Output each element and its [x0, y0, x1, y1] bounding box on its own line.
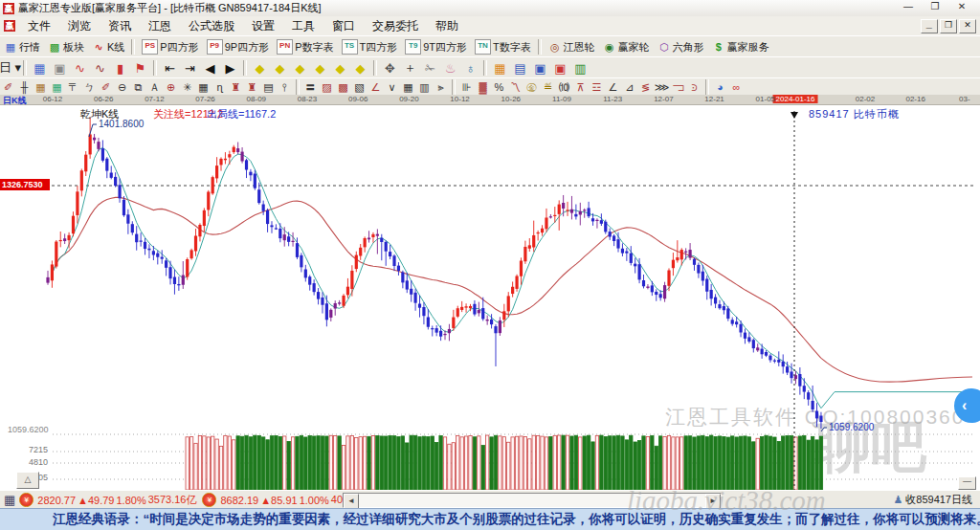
tool-icon-16[interactable]: ▤	[261, 80, 277, 95]
tool-icon-27[interactable]: ⊪	[459, 80, 475, 95]
tool-icon-21[interactable]: ♁	[461, 59, 479, 77]
tool-icon-0[interactable]: 日 ▾	[1, 59, 19, 77]
shanghai-index-icon[interactable]: ¥	[19, 493, 33, 507]
tool-icon-1[interactable]: ╫	[17, 80, 33, 95]
tool-icon-20[interactable]: ♨	[441, 59, 459, 77]
tool-icon-7[interactable]: ⊖	[115, 80, 130, 95]
tool-icon-15[interactable]: ♜	[245, 80, 260, 95]
menu-item-0[interactable]: 文件	[19, 16, 59, 36]
tool-icon-10[interactable]: ⊕	[164, 80, 179, 95]
tool-icon-24[interactable]: ▦	[401, 80, 416, 95]
tool-icon-28[interactable]: ▓	[476, 80, 491, 95]
menu-item-6[interactable]: 工具	[283, 16, 323, 36]
tool-icon-18[interactable]: ＋	[401, 59, 419, 77]
scroll-left-button[interactable]: ◄	[344, 494, 359, 509]
tool-icon-16[interactable]: ◆	[351, 59, 369, 77]
toolbar-button-P数字表[interactable]: PNP数字表	[274, 38, 336, 55]
tool-icon-14[interactable]: ♜	[229, 80, 244, 95]
tool-icon-19[interactable]: ✁	[421, 59, 439, 77]
menu-item-8[interactable]: 交易委托	[364, 16, 427, 36]
mdi-control-1[interactable]: ❐	[940, 19, 957, 33]
tool-icon-5[interactable]: ㄅ	[82, 80, 98, 95]
tool-icon-1[interactable]: ▦	[31, 59, 49, 77]
menu-item-5[interactable]: 设置	[243, 16, 283, 36]
tool-icon-26[interactable]: ⫸	[434, 80, 449, 95]
tool-icon-14[interactable]: ◆	[311, 59, 329, 77]
menu-item-1[interactable]: 浏览	[59, 16, 100, 36]
expand-indicator-button[interactable]: △	[16, 472, 39, 489]
tool-icon-6[interactable]: ✐	[99, 80, 114, 95]
tool-icon-17[interactable]: ✥	[381, 59, 399, 77]
tool-icon-23[interactable]: ▤	[511, 59, 529, 77]
tool-icon-41[interactable]: ⪾	[687, 80, 702, 95]
tool-icon-23[interactable]: ∨	[385, 80, 400, 95]
menu-item-9[interactable]: 帮助	[427, 16, 467, 36]
toolbar-button-T数字表[interactable]: TNT数字表	[472, 38, 534, 55]
menu-item-2[interactable]: 资讯	[100, 16, 140, 36]
tool-icon-5[interactable]: ▮	[111, 59, 129, 77]
tool-icon-4[interactable]: ∿	[91, 59, 109, 77]
toolbar-button-T四方形[interactable]: TST四方形	[339, 38, 401, 55]
tool-icon-21[interactable]: ▧	[352, 80, 368, 95]
minimize-button[interactable]: —	[896, 1, 921, 14]
tool-icon-33[interactable]: ⑽	[557, 80, 572, 95]
tool-icon-39[interactable]: ⋙	[655, 80, 670, 95]
close-button[interactable]: ✕	[949, 1, 974, 14]
tool-icon-12[interactable]: ▦	[196, 80, 212, 95]
mdi-control-2[interactable]: ✕	[959, 19, 976, 33]
tool-icon-9[interactable]: Ａ	[147, 80, 163, 95]
tool-icon-7[interactable]: ⇤	[161, 59, 179, 77]
chart-area[interactable]: 江恩工具软件 QQ:100800360 聊吧 乾坤K线 关注线=1212.2 出…	[0, 105, 980, 490]
menu-item-7[interactable]: 窗口	[323, 16, 364, 36]
tool-icon-38[interactable]: ≶	[638, 80, 654, 95]
tool-icon-10[interactable]: ▶	[221, 59, 239, 77]
tool-icon-22[interactable]: ▦	[491, 59, 509, 77]
restore-button[interactable]: ❐	[923, 1, 947, 14]
tool-icon-32[interactable]: ≝	[541, 80, 556, 95]
tool-icon-29[interactable]: %	[492, 80, 507, 95]
tool-icon-31[interactable]: ㊎	[524, 80, 540, 95]
tool-icon-20[interactable]: ▩	[336, 80, 351, 95]
toolbar-button-K线[interactable]: ∿K线	[89, 39, 127, 55]
toolbar-button-赢家服务[interactable]: $赢家服务	[709, 39, 772, 55]
toolbar-button-六角形[interactable]: ⬡六角形	[655, 39, 707, 55]
toolbar-button-赢家轮[interactable]: ◉赢家轮	[600, 39, 653, 55]
tool-icon-25[interactable]: ▣	[551, 59, 569, 77]
tool-icon-13[interactable]: ◆	[291, 59, 309, 77]
tool-icon-30[interactable]: 〽	[508, 80, 523, 95]
tool-icon-2[interactable]: ▦	[33, 80, 49, 95]
shenzhen-index-icon[interactable]: ¥	[202, 493, 216, 507]
mdi-control-0[interactable]: ＿	[921, 19, 938, 33]
tool-icon-15[interactable]: ◆	[331, 59, 349, 77]
tool-icon-22[interactable]: ∠	[368, 80, 384, 95]
tool-icon-18[interactable]: 〓	[303, 80, 319, 95]
keyboard-wizard-icon[interactable]: ▦	[4, 493, 15, 507]
toolbar-button-江恩轮[interactable]: ◎江恩轮	[546, 39, 598, 55]
menu-item-4[interactable]: 公式选股	[180, 16, 243, 36]
tool-icon-26[interactable]: ▥	[571, 59, 590, 77]
tool-icon-3[interactable]: ∿	[71, 59, 89, 77]
toolbar-button-板块[interactable]: ▩板块	[45, 39, 87, 55]
toolbar-button-行情[interactable]: ▦行情	[1, 39, 43, 55]
tool-icon-24[interactable]: ▣	[531, 59, 549, 77]
date-axis[interactable]: 日K线 2024-01-16 06-1206-2607-1207-2608-09…	[0, 95, 980, 105]
toolbar-button-9P四方形[interactable]: P99P四方形	[204, 38, 272, 55]
toolbar-button-9T四方形[interactable]: T99T四方形	[402, 38, 470, 55]
tool-icon-11[interactable]: ◆	[251, 59, 269, 77]
tool-icon-17[interactable]: ⫯	[278, 80, 293, 95]
tool-icon-40[interactable]: ⫎	[671, 80, 686, 95]
tool-icon-36[interactable]: ∠	[606, 80, 621, 95]
tool-icon-8[interactable]: ⇥	[181, 59, 199, 77]
tool-icon-3[interactable]: ▦	[50, 80, 65, 95]
tool-icon-8[interactable]: ⧉	[131, 80, 146, 95]
menu-item-3[interactable]: 江恩	[140, 16, 180, 36]
tool-icon-9[interactable]: ◀	[201, 59, 219, 77]
tool-icon-43[interactable]: ∞	[729, 80, 745, 95]
shrink-volume-button[interactable]: —	[958, 476, 976, 490]
tool-icon-25[interactable]: ▥	[417, 80, 433, 95]
tool-icon-11[interactable]: ✳	[180, 80, 195, 95]
tool-icon-34[interactable]: ⊼	[573, 80, 589, 95]
tool-icon-6[interactable]: ⚑	[131, 59, 149, 77]
tool-icon-4[interactable]: 〒	[66, 80, 81, 95]
tool-icon-13[interactable]: ɳ	[212, 80, 228, 95]
